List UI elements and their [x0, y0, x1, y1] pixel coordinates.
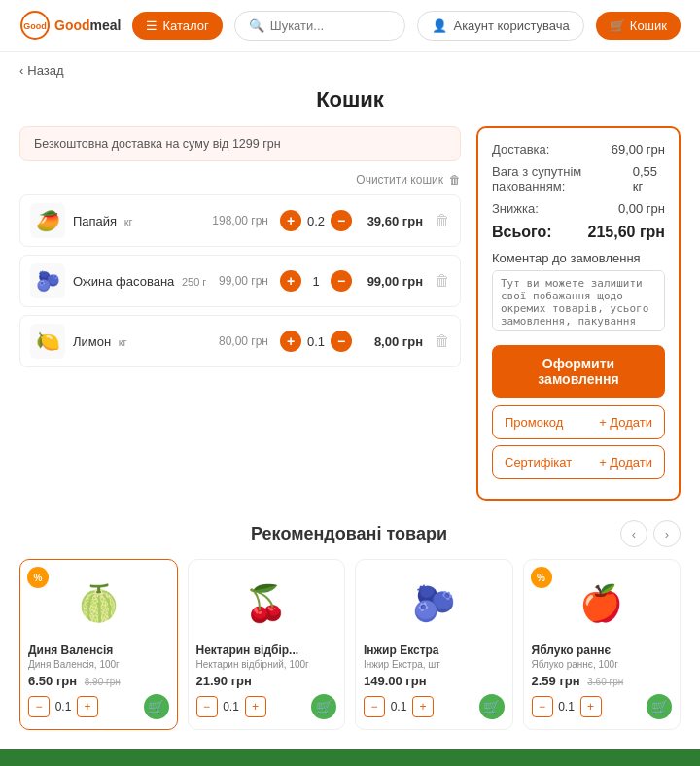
- search-input[interactable]: [270, 18, 392, 33]
- cart-button[interactable]: 🛒 Кошик: [596, 12, 681, 40]
- product-name-2: Лимон кг: [73, 334, 211, 349]
- recommended-section: Рекомендовані товари ‹ › % 🍈 Диня Валенс…: [19, 520, 681, 730]
- search-bar: 🔍: [234, 11, 406, 41]
- discount-badge-0: %: [27, 567, 49, 588]
- product-qty-minus-2[interactable]: −: [364, 696, 385, 717]
- discount-label: Знижка:: [492, 201, 539, 216]
- delivery-value: 69,00 грн: [612, 142, 665, 157]
- product-subname-1: Нектарин відбірний, 100г: [196, 659, 337, 670]
- account-icon: 👤: [432, 18, 447, 33]
- product-price-2: 149.00 грн: [364, 674, 427, 688]
- product-qty-minus-1[interactable]: −: [196, 696, 218, 717]
- qty-plus-0[interactable]: +: [280, 210, 301, 231]
- header: Good Goodmeal ☰ Каталог 🔍 👤 Акаунт корис…: [0, 0, 700, 52]
- promo-add: + Додати: [599, 415, 652, 430]
- cert-add: + Додати: [599, 455, 652, 470]
- summary-weight: Вага з супутнім пакованням: 0,55 кг: [492, 164, 665, 193]
- qty-control-1: + 1 −: [280, 270, 352, 292]
- product-price-2: 80,00 грн: [219, 334, 268, 348]
- qty-control-0: + 0.2 −: [280, 210, 352, 231]
- footer-green: Онлайн супермаркет Замовлення Формування…: [0, 749, 700, 766]
- recommended-title: Рекомендовані товари: [78, 524, 620, 544]
- qty-minus-2[interactable]: −: [331, 331, 352, 352]
- back-link[interactable]: ‹ Назад: [19, 52, 681, 82]
- qty-plus-1[interactable]: +: [280, 270, 301, 292]
- delivery-label: Доставка:: [492, 142, 549, 157]
- qty-value-2: 0.1: [305, 334, 327, 349]
- qty-value-1: 1: [305, 274, 327, 289]
- recommended-header: Рекомендовані товари ‹ ›: [19, 520, 681, 547]
- order-button[interactable]: Оформити замовлення: [492, 345, 665, 398]
- catalog-button[interactable]: ☰ Каталог: [132, 12, 222, 40]
- logo: Good Goodmeal: [19, 10, 121, 41]
- product-image-1: 🫐: [30, 263, 65, 298]
- comment-textarea[interactable]: [492, 270, 665, 331]
- back-arrow-icon: ‹: [19, 63, 23, 78]
- clear-cart-icon[interactable]: 🗑: [449, 173, 461, 187]
- qty-minus-0[interactable]: −: [331, 210, 352, 231]
- cart-layout: Безкоштовна доставка на суму від 1299 гр…: [19, 126, 681, 501]
- product-add-cart-2[interactable]: 🛒: [479, 694, 505, 719]
- product-qty-plus-2[interactable]: +: [412, 696, 434, 717]
- prev-arrow[interactable]: ‹: [620, 520, 648, 547]
- summary-delivery: Доставка: 69,00 грн: [492, 142, 665, 157]
- product-image-0: 🥭: [30, 203, 65, 238]
- qty-value-0: 0.2: [305, 214, 327, 228]
- product-name-0: Диня Валенсія: [28, 644, 169, 657]
- promo-label: Промокод: [505, 415, 563, 430]
- product-qty-1: − 0.1 + 🛒: [196, 694, 337, 719]
- product-add-cart-1[interactable]: 🛒: [311, 694, 336, 719]
- product-subname-0: Диня Валенсія, 100г: [28, 659, 169, 670]
- catalog-label: Каталог: [162, 18, 208, 33]
- delete-item-2[interactable]: 🗑: [435, 332, 450, 350]
- back-label: Назад: [27, 63, 63, 78]
- product-card-2: 🫐 Інжир Екстра Інжир Екстра, шт 149.00 г…: [355, 559, 513, 730]
- summary-discount: Знижка: 0,00 грн: [492, 201, 665, 216]
- free-shipping-banner: Безкоштовна доставка на суму від 1299 гр…: [19, 126, 461, 161]
- product-qty-plus-0[interactable]: +: [77, 696, 98, 717]
- clear-cart-label[interactable]: Очистити кошик: [356, 173, 443, 187]
- delete-item-1[interactable]: 🗑: [435, 272, 450, 290]
- product-total-2: 8,00 грн: [360, 334, 423, 349]
- cert-label: Сертифікат: [505, 455, 572, 470]
- product-name-1: Нектарин відбір...: [196, 644, 337, 657]
- summary-total: Всього: 215,60 грн: [492, 224, 665, 241]
- cart-item-0: 🥭 Папайя кг 198,00 грн + 0.2 − 39,60 грн…: [19, 194, 461, 247]
- product-qty-plus-3[interactable]: +: [580, 696, 602, 717]
- promo-button[interactable]: Промокод + Додати: [492, 405, 665, 439]
- product-qty-plus-1[interactable]: +: [245, 696, 266, 717]
- cart-actions: Очистити кошик 🗑: [19, 173, 461, 187]
- product-qty-3: − 0.1 + 🛒: [532, 694, 673, 719]
- product-qty-2: − 0.1 + 🛒: [364, 694, 505, 719]
- search-icon: 🔍: [249, 18, 264, 33]
- account-label: Акаунт користувача: [453, 18, 569, 33]
- qty-plus-2[interactable]: +: [280, 331, 301, 352]
- account-button[interactable]: 👤 Акаунт користувача: [417, 11, 583, 41]
- product-qty-minus-3[interactable]: −: [532, 696, 553, 717]
- svg-text:Good: Good: [23, 21, 47, 31]
- comment-label: Коментар до замовлення: [492, 251, 665, 265]
- product-add-cart-3[interactable]: 🛒: [647, 694, 672, 719]
- product-card-0: % 🍈 Диня Валенсія Диня Валенсія, 100г 6.…: [19, 559, 178, 730]
- delete-item-0[interactable]: 🗑: [435, 212, 450, 229]
- weight-value: 0,55 кг: [633, 164, 665, 193]
- product-qty-val-3: 0.1: [557, 700, 577, 714]
- cart-label: Кошик: [630, 18, 667, 33]
- logo-text: Goodmeal: [54, 17, 121, 33]
- total-label: Всього:: [492, 224, 552, 241]
- main-content: ‹ Назад Кошик Безкоштовна доставка на су…: [0, 52, 700, 749]
- product-price-0: 6.50 грн: [28, 674, 77, 688]
- product-qty-minus-0[interactable]: −: [28, 696, 50, 717]
- cart-left: Безкоштовна доставка на суму від 1299 гр…: [19, 126, 461, 501]
- product-price-3: 2.59 грн: [532, 674, 580, 688]
- next-arrow[interactable]: ›: [653, 520, 681, 547]
- qty-minus-1[interactable]: −: [331, 270, 352, 292]
- product-img-1: 🍒: [196, 570, 337, 638]
- weight-label: Вага з супутнім пакованням:: [492, 164, 633, 193]
- product-card-1: 🍒 Нектарин відбір... Нектарин відбірний,…: [188, 559, 346, 730]
- product-img-2: 🫐: [364, 570, 505, 638]
- product-img-0: 🍈: [28, 570, 169, 638]
- product-name-2: Інжир Екстра: [364, 644, 505, 657]
- cert-button[interactable]: Сертифікат + Додати: [492, 445, 665, 479]
- product-add-cart-0[interactable]: 🛒: [144, 694, 169, 719]
